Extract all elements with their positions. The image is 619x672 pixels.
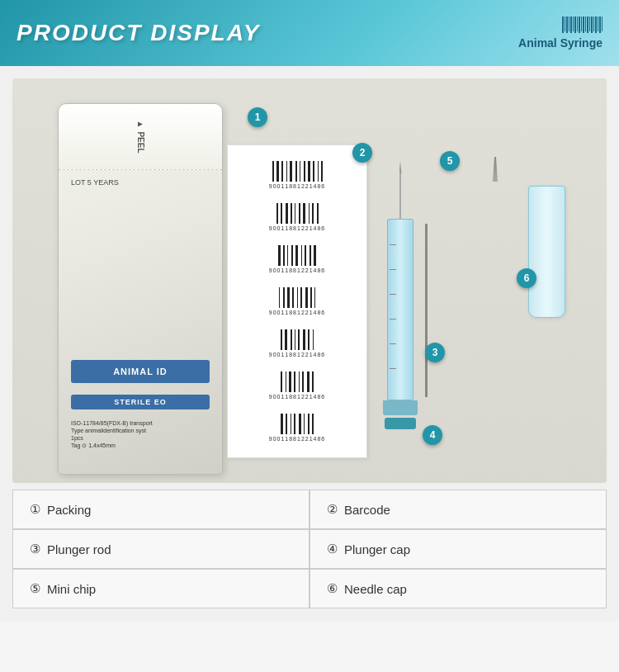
badge-3: 3 bbox=[425, 343, 445, 362]
needle-shaft bbox=[399, 173, 401, 219]
barcode-bars bbox=[276, 203, 319, 224]
header-barcode-icon bbox=[562, 17, 602, 33]
product-image: ▲ PEEL LOT 5 YEARS ANIMAL ID STERILE EO … bbox=[12, 78, 607, 483]
barcode-number: 90011881221486 bbox=[269, 310, 326, 315]
label-number-3: ③ bbox=[30, 542, 40, 556]
product-name: Animal Syringe bbox=[518, 36, 602, 50]
label-number-6: ⑥ bbox=[327, 581, 338, 596]
barcode-bars bbox=[281, 371, 314, 392]
label-plunger-rod: ③ Plunger rod bbox=[13, 530, 309, 568]
label-barcode: ② Barcode bbox=[310, 490, 606, 528]
label-needle-cap: ⑥ Needle cap bbox=[310, 570, 606, 608]
main-content: ▲ PEEL LOT 5 YEARS ANIMAL ID STERILE EO … bbox=[0, 66, 619, 621]
bag-lot: LOT 5 YEARS bbox=[71, 178, 210, 187]
badge-1: 1 bbox=[248, 107, 267, 127]
badge-6: 6 bbox=[517, 268, 536, 288]
plunger-cap bbox=[385, 418, 416, 429]
labels-grid: ① Packing ② Barcode ③ Plunger rod ④ Plun… bbox=[12, 490, 607, 608]
badge-2: 2 bbox=[352, 143, 372, 163]
label-text-2: Barcode bbox=[344, 503, 390, 517]
label-text-4: Plunger cap bbox=[344, 542, 410, 556]
label-number-2: ② bbox=[327, 502, 338, 517]
label-text-1: Packing bbox=[47, 503, 91, 517]
syringe-end-cap bbox=[383, 400, 418, 415]
label-text-3: Plunger rod bbox=[47, 542, 111, 556]
bag-details: ISO-11784/85(FDX-B) transport Type anima… bbox=[71, 419, 210, 449]
peel-label: ▲ PEEL bbox=[136, 120, 145, 153]
page-title: PRODUCT DISPLAY bbox=[17, 20, 261, 46]
label-number-4: ④ bbox=[327, 542, 338, 556]
label-plunger-cap: ④ Plunger cap bbox=[310, 530, 606, 568]
bag-top: ▲ PEEL bbox=[59, 104, 222, 170]
label-text-5: Mini chip bbox=[47, 582, 96, 596]
barcode-number: 90011881221486 bbox=[269, 183, 326, 189]
barcode-number: 90011881221486 bbox=[269, 225, 326, 231]
label-number-5: ⑤ bbox=[30, 581, 40, 596]
badge-5: 5 bbox=[440, 151, 460, 171]
packaging-bag: ▲ PEEL LOT 5 YEARS ANIMAL ID STERILE EO … bbox=[58, 103, 223, 475]
barcode-number: 90011881221486 bbox=[269, 436, 326, 442]
label-mini-chip: ⑤ Mini chip bbox=[13, 570, 309, 608]
label-number-1: ① bbox=[30, 502, 40, 517]
syringe bbox=[334, 161, 466, 475]
barcode-number: 90011881221486 bbox=[269, 267, 326, 273]
header: PRODUCT DISPLAY Animal Syringe bbox=[0, 0, 619, 66]
sterile-label: STERILE EO bbox=[71, 395, 210, 409]
needle-tip bbox=[399, 161, 402, 173]
animal-id-label: ANIMAL ID bbox=[71, 360, 210, 383]
badge-4: 4 bbox=[423, 425, 442, 445]
label-text-6: Needle cap bbox=[344, 582, 407, 596]
barcode-bars bbox=[281, 329, 314, 350]
label-packing: ① Packing bbox=[13, 490, 309, 528]
barcode-bars bbox=[279, 287, 315, 308]
barcode-bars bbox=[281, 414, 314, 434]
header-right: Animal Syringe bbox=[518, 17, 602, 50]
barcode-bars bbox=[278, 245, 316, 266]
barcode-bars bbox=[272, 161, 323, 182]
syringe-barrel bbox=[387, 219, 413, 400]
needle-cap-piece bbox=[528, 186, 565, 318]
plunger-rod bbox=[425, 224, 428, 397]
barcode-number: 90011881221486 bbox=[269, 352, 326, 357]
barcode-number: 90011881221486 bbox=[269, 394, 326, 400]
